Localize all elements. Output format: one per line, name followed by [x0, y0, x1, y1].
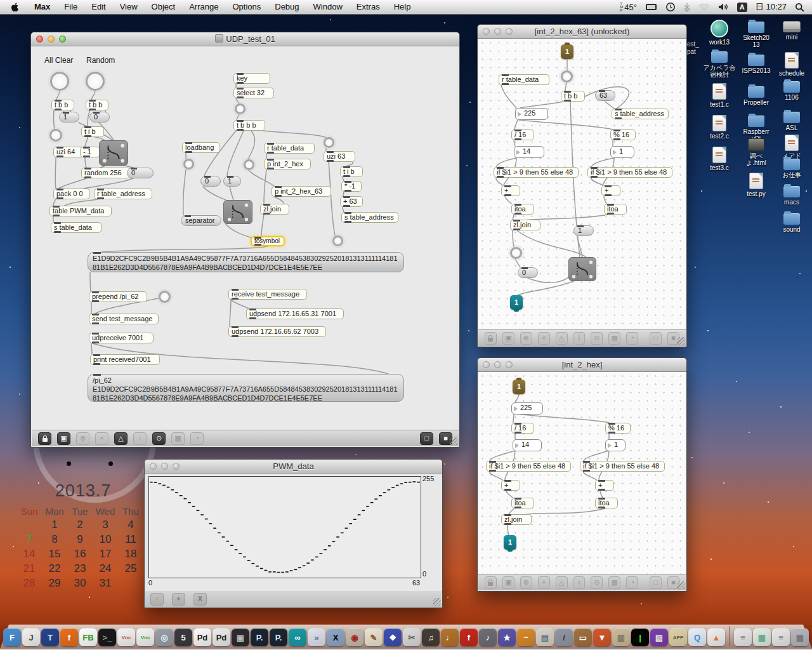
desktop-icon-folder[interactable]: Sketch20 13 [738, 22, 775, 48]
menu-item-view[interactable]: View [113, 2, 145, 11]
grid-icon[interactable]: ▦ [608, 332, 620, 345]
desktop-icon-file[interactable]: test2.c [701, 115, 738, 140]
desktop-icon-folder[interactable]: sound [773, 213, 810, 233]
menu-item-file[interactable]: File [57, 2, 84, 11]
gate-object[interactable] [223, 200, 252, 224]
lock-icon[interactable] [485, 332, 497, 345]
presentation-icon[interactable]: △ [114, 432, 128, 445]
patch-cords-icon[interactable]: ⊗ [520, 576, 532, 589]
message-box[interactable]: 0 [89, 112, 110, 123]
number-box[interactable]: 14 [514, 146, 544, 158]
max-object-box[interactable]: t i b [340, 166, 363, 177]
max-object-box[interactable]: uzi 63 [324, 151, 355, 162]
dock-imovie[interactable]: ★ [498, 628, 516, 646]
dock-midi-keyboard[interactable]: ♫ [422, 628, 440, 646]
presentation-icon[interactable]: △ [556, 576, 568, 589]
horizontal-view-icon[interactable]: □ [650, 576, 662, 589]
desktop-icon-darkfile[interactable]: 調べ よ.html [738, 138, 775, 166]
titlebar[interactable]: [int_2_hex_63] (unlocked) [478, 25, 686, 39]
max-object-box[interactable]: if $i1 > 9 then 55 else 48 [587, 167, 672, 178]
spotlight-menu[interactable] [795, 3, 804, 12]
dock-bird[interactable]: » [308, 628, 325, 646]
inlet-object[interactable]: 1 [561, 44, 573, 59]
dock-quicktime[interactable]: Q [688, 628, 706, 646]
max-object-box[interactable]: t i b [81, 126, 104, 137]
time-machine-menu[interactable] [665, 2, 676, 12]
bang-button[interactable] [183, 159, 194, 169]
dock-minimized-window-3[interactable]: ≡ [772, 628, 790, 646]
titlebar[interactable]: UDP_test_01 [31, 32, 459, 46]
action-icon[interactable]: ⊙ [591, 576, 603, 589]
outlet-object[interactable]: 1 [504, 535, 516, 550]
max-object-box[interactable]: prepend /pi_62 [89, 291, 147, 302]
desktop-icon-folder[interactable]: アカペラ合 宿検討 [701, 51, 738, 78]
max-object-box[interactable]: select 32 [233, 88, 274, 98]
dock-cube[interactable]: ▣ [232, 628, 249, 646]
max-object-box[interactable]: zl.join [510, 220, 540, 230]
dock-kiosk[interactable]: ▭ [574, 628, 592, 646]
message-box[interactable]: 1 [573, 225, 594, 236]
dock-minimized-window-2[interactable]: ▦ [753, 628, 771, 646]
max-object-box[interactable]: receive test_message [228, 289, 307, 300]
probe-icon[interactable]: ◔ [626, 332, 638, 345]
patch-cords-icon[interactable]: ⊗ [76, 432, 89, 445]
menu-item-options[interactable]: Options [225, 2, 268, 11]
info-icon[interactable]: i [573, 576, 586, 589]
dock-photos[interactable]: ▤ [536, 628, 554, 646]
dock-text-editor[interactable]: J [22, 628, 40, 646]
dock-processing-2[interactable]: P. [270, 628, 287, 646]
info-icon[interactable]: i [133, 432, 147, 445]
temperature-status[interactable]: T M P 45° [620, 3, 637, 12]
resize-grip[interactable] [433, 598, 441, 606]
pencil-icon[interactable]: ∕ [150, 593, 164, 606]
max-object-box[interactable]: print received7001 [90, 354, 160, 365]
dock-blue-book[interactable]: ❖ [384, 628, 402, 646]
dock-vnc-green[interactable]: Vnc [136, 628, 154, 646]
volume-menu[interactable] [718, 3, 729, 11]
menu-item-object[interactable]: Object [145, 2, 183, 11]
desktop-icon-file[interactable]: test.py [738, 173, 775, 197]
patch-cords-icon[interactable]: ⊗ [520, 332, 532, 345]
titlebar[interactable]: [int_2_hex] [478, 358, 686, 372]
max-object-box[interactable]: * -1 [341, 181, 362, 192]
max-object-box[interactable]: - 1 [80, 147, 100, 157]
input-source-menu[interactable]: A [737, 3, 747, 12]
resize-grip[interactable] [677, 337, 685, 345]
max-object-box[interactable]: table PWM_data [49, 206, 112, 216]
dock-finder[interactable]: F [3, 628, 21, 646]
dock-badge-5[interactable]: 5 [174, 628, 192, 646]
max-object-box[interactable]: udpreceive 7001 [89, 333, 154, 343]
dock-pd[interactable]: Pd [213, 628, 230, 646]
gate-object[interactable] [99, 140, 128, 166]
dock-firefox[interactable]: f [60, 628, 78, 646]
desktop-icon-drive[interactable]: mini [773, 21, 810, 41]
desktop-icon-file[interactable]: メアド [773, 135, 810, 159]
delete-icon[interactable]: × [95, 432, 108, 445]
bang-button[interactable] [49, 129, 62, 142]
max-object-box[interactable]: pack 0 0 [53, 189, 90, 199]
desktop-icon-folder[interactable]: お仕事 [773, 159, 810, 178]
max-object-box[interactable]: if $i1 > 9 then 55 else 48 [494, 167, 579, 178]
dock-terminal[interactable]: >_ [98, 628, 116, 646]
dock-security-lock[interactable]: ◉ [346, 628, 363, 646]
max-object-box[interactable]: + [501, 185, 520, 196]
bang-button[interactable] [50, 72, 69, 91]
max-object-box[interactable]: + [595, 480, 614, 491]
message-box[interactable]: 63 [595, 90, 615, 101]
max-object-box-highlighted[interactable]: tosymbol [251, 236, 285, 246]
dock-interface-builder[interactable]: ✂ [403, 628, 421, 646]
bang-button[interactable] [324, 137, 334, 148]
bang-button[interactable] [86, 72, 105, 91]
menu-item-window[interactable]: Window [306, 2, 350, 11]
dock-thunderbird[interactable]: T [41, 628, 59, 646]
max-object-box[interactable]: loadbang [182, 142, 220, 153]
max-object-box[interactable]: / 16 [511, 423, 534, 434]
dock-app-box[interactable]: APP [669, 628, 687, 646]
number-box[interactable]: 225 [515, 108, 548, 120]
message-box[interactable]: /pi_62 E1D9D2CFC9C2B9B5B4B1A9A49C95877F7… [88, 374, 404, 402]
max-object-box[interactable]: + [501, 480, 520, 491]
table-graph[interactable] [148, 476, 421, 578]
max-object-box[interactable]: + [601, 185, 620, 196]
lock-icon[interactable] [485, 576, 497, 589]
resize-grip[interactable] [450, 437, 458, 446]
